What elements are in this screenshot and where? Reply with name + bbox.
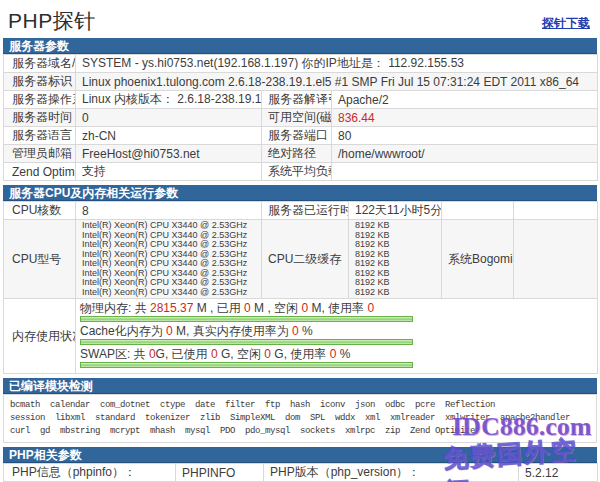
phpinfo-value: PHPINFO — [176, 464, 264, 482]
row-label: 管理员邮箱 — [4, 145, 76, 163]
empty-cell — [442, 202, 514, 220]
row-value: Apache/2 — [332, 91, 598, 109]
table-row: 管理员邮箱 FreeHost@hi0753.net 绝对路径 /home/www… — [4, 145, 598, 163]
section-header-server: 服务器参数 — [3, 38, 597, 54]
empty-cell — [514, 202, 598, 220]
text: M, 真实内存使用率为 — [173, 324, 292, 338]
swap-line: SWAP区: 共 0G, 已使用 0 G, 空闲 0 G, 使用率 0 % — [80, 348, 593, 361]
physical-memory-bar — [80, 316, 413, 322]
row-label: 服务器标识 — [4, 73, 76, 91]
row-value: /home/wwwroot/ — [332, 145, 598, 163]
table-row: 服务器时间 0 可用空间(磁盘区) 836.44 — [4, 109, 598, 127]
modules-list: bcmath calendar com_dotnet ctype date fi… — [4, 395, 597, 443]
text: SWAP区: 共 — [80, 347, 149, 361]
modules-table: bcmath calendar com_dotnet ctype date fi… — [3, 394, 597, 443]
row-value: 80 — [332, 127, 598, 145]
text: G, 空闲 — [218, 347, 265, 361]
section-header-modules: 已编译模块检测 — [3, 378, 597, 394]
row-value: SYSTEM - ys.hi0753.net(192.168.1.197) 你的… — [76, 55, 598, 73]
row-label: 可用空间(磁盘区) — [262, 109, 332, 127]
cache-value: 0 — [166, 324, 173, 338]
row-label: CPU核数 — [4, 202, 76, 220]
table-row: CPU核数 8 服务器已运行时间 122天11小时5分钟 — [4, 202, 598, 220]
cpu-model-list: Intel(R) Xeon(R) CPU X3440 @ 2.53GHz Int… — [76, 220, 262, 299]
text: M, 使用率 — [308, 301, 367, 315]
text: Cache化内存为 — [80, 324, 166, 338]
physical-rate-value: 0 — [367, 301, 374, 315]
cache-memory-bar — [80, 339, 413, 345]
row-value — [514, 220, 598, 299]
swap-used-value: 0 — [211, 347, 218, 361]
row-label: 内存使用状况 — [4, 299, 76, 374]
row-label: 系统Bogomips — [442, 220, 514, 299]
disk-free-value: 836.44 — [332, 109, 598, 127]
text: G, 使用率 — [271, 347, 330, 361]
text: M , 已用 — [193, 301, 244, 315]
memory-usage-cell: 物理内存: 共 2815.37 M , 已用 0 M , 空闲 0 M, 使用率… — [76, 299, 598, 374]
row-label: 服务器已运行时间 — [262, 202, 349, 220]
cache-memory-line: Cache化内存为 0 M, 真实内存使用率为 0 % — [80, 325, 593, 338]
row-value: zh-CN — [76, 127, 262, 145]
table-row: CPU型号 Intel(R) Xeon(R) CPU X3440 @ 2.53G… — [4, 220, 598, 299]
text: G, 已使用 — [156, 347, 211, 361]
physical-used-value: 0 — [244, 301, 251, 315]
row-label: PHP信息（phpinfo）： — [4, 464, 176, 482]
section-header-php: PHP相关参数 — [3, 447, 597, 463]
row-label: 服务器解译引擎 — [262, 91, 332, 109]
table-row: 服务器域名/IP地址 SYSTEM - ys.hi0753.net(192.16… — [4, 55, 598, 73]
table-row: 服务器标识 Linux phoenix1.tulong.com 2.6.18-2… — [4, 73, 598, 91]
row-label: PHP版本（php_version）： — [264, 464, 519, 482]
table-row: bcmath calendar com_dotnet ctype date fi… — [4, 395, 597, 443]
row-label: CPU二级缓存 — [262, 220, 349, 299]
row-value: 5.2.12 — [519, 464, 598, 482]
text: % — [299, 324, 313, 338]
row-value: 8 — [76, 202, 262, 220]
text: % — [336, 347, 350, 361]
text: M , 空闲 — [251, 301, 302, 315]
table-row: 服务器操作系统 Linux 内核版本： 2.6.18-238.19.1.el5 … — [4, 91, 598, 109]
row-label: 服务器时间 — [4, 109, 76, 127]
row-value: FreeHost@hi0753.net — [76, 145, 262, 163]
server-params-table: 服务器域名/IP地址 SYSTEM - ys.hi0753.net(192.16… — [3, 54, 598, 181]
physical-total-value: 2815.37 — [150, 301, 193, 315]
page-title: PHP探针 — [8, 7, 96, 35]
swap-bar — [80, 362, 413, 368]
row-label: 服务器语言 — [4, 127, 76, 145]
table-row: PHP信息（phpinfo）： PHPINFO PHP版本（php_versio… — [4, 464, 598, 482]
row-value: 支持 — [76, 163, 262, 181]
php-params-table: PHP信息（phpinfo）： PHPINFO PHP版本（php_versio… — [3, 463, 598, 482]
table-row: 服务器语言 zh-CN 服务器端口 80 — [4, 127, 598, 145]
row-value — [332, 163, 598, 181]
physical-memory-line: 物理内存: 共 2815.37 M , 已用 0 M , 空闲 0 M, 使用率… — [80, 302, 593, 315]
swap-free-value: 0 — [264, 347, 271, 361]
top-bar: PHP探针 探针下载 — [0, 0, 600, 38]
row-value: Linux phoenix1.tulong.com 2.6.18-238.19.… — [76, 73, 598, 91]
row-label: 服务器域名/IP地址 — [4, 55, 76, 73]
row-value: 0 — [76, 109, 262, 127]
probe-download-link[interactable]: 探针下载 — [542, 15, 590, 32]
row-label: 绝对路径 — [262, 145, 332, 163]
cache-rate-value: 0 — [292, 324, 299, 338]
row-label: 系统平均负载 — [262, 163, 332, 181]
row-value: Linux 内核版本： 2.6.18-238.19.1.el5 — [76, 91, 262, 109]
table-row: Zend Optimizer 支持 系统平均负载 — [4, 163, 598, 181]
swap-total-value: 0 — [149, 347, 156, 361]
row-label: CPU型号 — [4, 220, 76, 299]
row-label: 服务器端口 — [262, 127, 332, 145]
cpu-memory-table: CPU核数 8 服务器已运行时间 122天11小时5分钟 CPU型号 Intel… — [3, 201, 598, 374]
row-label: 服务器操作系统 — [4, 91, 76, 109]
text: 物理内存: 共 — [80, 301, 150, 315]
table-row: 内存使用状况 物理内存: 共 2815.37 M , 已用 0 M , 空闲 0… — [4, 299, 598, 374]
row-value: 122天11小时5分钟 — [349, 202, 442, 220]
row-label: Zend Optimizer — [4, 163, 76, 181]
section-header-cpu-memory: 服务器CPU及内存相关运行参数 — [3, 185, 597, 201]
cpu-cache-list: 8192 KB 8192 KB 8192 KB 8192 KB 8192 KB … — [349, 220, 442, 299]
